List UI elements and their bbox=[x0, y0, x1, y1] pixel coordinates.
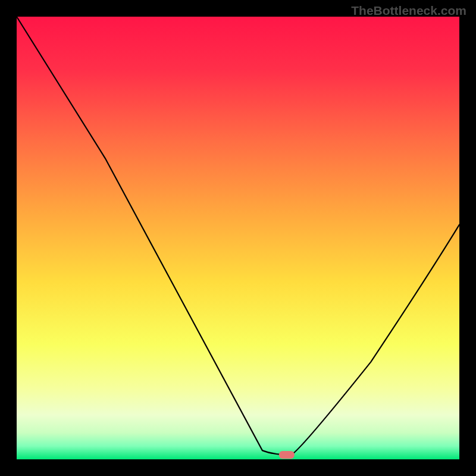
optimal-marker bbox=[279, 451, 295, 459]
chart-container bbox=[0, 0, 476, 476]
chart-background bbox=[17, 17, 459, 459]
watermark-text: TheBottleneck.com bbox=[351, 4, 466, 18]
bottleneck-chart bbox=[0, 0, 476, 476]
